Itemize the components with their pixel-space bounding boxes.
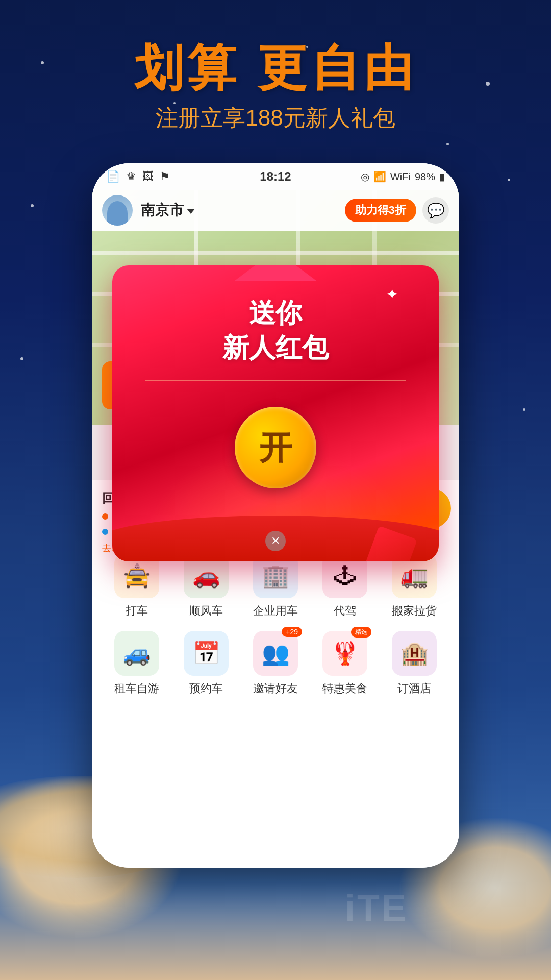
- promo-badge[interactable]: 助力得3折: [345, 199, 416, 222]
- food-icon: 🦞 精选: [322, 631, 367, 676]
- service-reservation[interactable]: 📅 预约车: [178, 631, 234, 696]
- chevron-down-icon: [187, 209, 195, 214]
- status-icons: 📄 ♛ 🖼 ⚑: [106, 170, 170, 183]
- service-hotel[interactable]: 🏨 订酒店: [386, 631, 442, 696]
- ite-decorative-text: iTE: [345, 887, 408, 929]
- image-icon: 🖼: [142, 170, 154, 183]
- plus-badge: +29: [282, 627, 302, 637]
- open-label: 开: [259, 426, 292, 470]
- message-icon[interactable]: 💬: [422, 197, 449, 224]
- flag-icon: ⚑: [160, 170, 170, 183]
- dot-icon: [102, 513, 108, 520]
- center-close-button[interactable]: ✕: [265, 531, 286, 551]
- status-time: 18:12: [260, 169, 291, 184]
- star: [20, 357, 23, 360]
- road-h1: [92, 251, 459, 255]
- battery-icon: ▮: [439, 170, 445, 183]
- signal-strength: 📶: [373, 170, 386, 183]
- dot2-icon: [102, 529, 108, 535]
- invite-label: 邀请好友: [253, 681, 298, 696]
- reservation-label: 预约车: [189, 681, 223, 696]
- redpacket-flap-top: [235, 265, 316, 281]
- city-name-text: 南京市: [141, 201, 184, 220]
- map-nav-bar: 南京市 助力得3折 💬: [92, 190, 459, 231]
- phone-inner: 📄 ♛ 🖼 ⚑ 18:12 ◎ 📶 WiFi 98% ▮: [92, 163, 459, 868]
- hotel-label: 订酒店: [397, 681, 431, 696]
- star: [508, 179, 510, 181]
- avatar-image: [102, 195, 133, 226]
- main-title: 划算 更自由: [0, 41, 551, 95]
- rental-icon: 🚙: [114, 631, 159, 676]
- redpacket-divider-line: [145, 380, 406, 381]
- document-icon: 📄: [106, 170, 120, 183]
- phone-frame: 📄 ♛ 🖼 ⚑ 18:12 ◎ 📶 WiFi 98% ▮: [92, 163, 459, 868]
- rental-label: 租车自游: [114, 681, 159, 696]
- redpacket-overlay[interactable]: 送你 新人红包 ✦ 开: [112, 265, 439, 623]
- food-badge: 精选: [351, 627, 371, 638]
- redpacket-card[interactable]: 送你 新人红包 ✦ 开: [112, 265, 439, 561]
- top-title-area: 划算 更自由 注册立享188元新人礼包: [0, 41, 551, 133]
- services-row-2: 🚙 租车自游 📅 预约车 👥 +29 邀请好友: [102, 631, 449, 696]
- star: [523, 408, 525, 411]
- city-selector[interactable]: 南京市: [141, 201, 195, 220]
- sparkle-icon: ✦: [386, 286, 398, 303]
- user-avatar[interactable]: [102, 195, 133, 226]
- redpacket-title-line2: 新人红包: [222, 331, 329, 365]
- food-label: 特惠美食: [322, 681, 367, 696]
- open-redpacket-button[interactable]: 开: [235, 407, 316, 488]
- wifi-icon: WiFi: [390, 171, 411, 183]
- redpacket-title-line1: 送你: [222, 296, 329, 331]
- service-rental[interactable]: 🚙 租车自游: [109, 631, 165, 696]
- service-food[interactable]: 🦞 精选 特惠美食: [317, 631, 373, 696]
- status-right-icons: ◎ 📶 WiFi 98% ▮: [361, 170, 445, 183]
- star: [31, 204, 34, 207]
- reservation-icon: 📅: [184, 631, 229, 676]
- invite-icon: 👥 +29: [253, 631, 298, 676]
- redpacket-title: 送你 新人红包: [222, 296, 329, 365]
- hotel-icon: 🏨: [392, 631, 437, 676]
- battery-text: 98%: [415, 171, 435, 183]
- sub-title: 注册立享188元新人礼包: [0, 103, 551, 133]
- location-icon: ◎: [361, 170, 369, 183]
- service-invite[interactable]: 👥 +29 邀请好友: [247, 631, 304, 696]
- background: 划算 更自由 注册立享188元新人礼包 iTE 📄 ♛ 🖼 ⚑ 18:12 ◎ …: [0, 0, 551, 980]
- crown-icon: ♛: [126, 170, 136, 183]
- status-bar: 📄 ♛ 🖼 ⚑ 18:12 ◎ 📶 WiFi 98% ▮: [92, 163, 459, 190]
- star: [446, 143, 449, 145]
